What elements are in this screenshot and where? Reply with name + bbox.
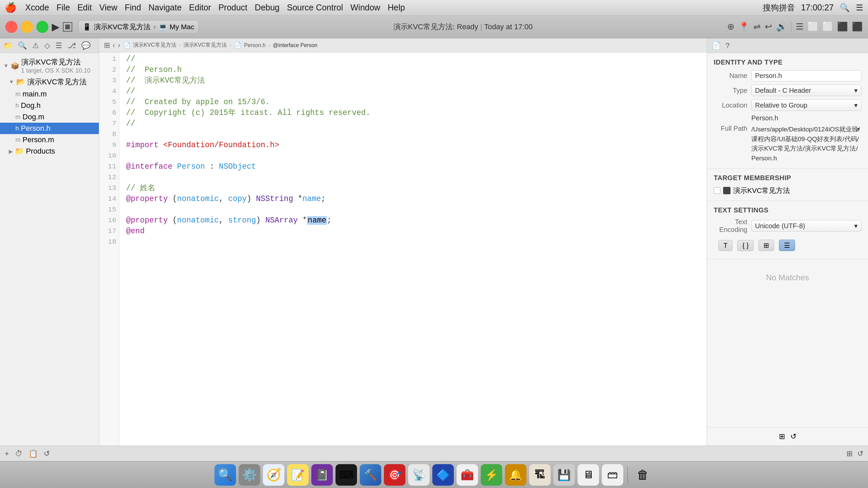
text-format-table[interactable]: ☰ <box>779 240 795 251</box>
dock-xcode[interactable]: 🔨 <box>360 464 381 486</box>
right-panel-grid-icon[interactable]: ⊞ <box>779 432 785 441</box>
menubar-input-method[interactable]: 搜狗拼音 <box>763 2 795 13</box>
file-dog-m[interactable]: m Dog.m <box>0 111 99 123</box>
line-gutter: 1 2 3 4 5 6 7 8 9 10 11 12 13 14 15 16 1 <box>99 53 119 446</box>
bottom-right-refresh[interactable]: ↺ <box>857 449 863 458</box>
bottom-right-grid[interactable]: ⊞ <box>846 449 852 458</box>
volume-icon[interactable]: 🔊 <box>776 22 787 32</box>
run-button[interactable]: ▶ <box>52 21 60 33</box>
menu-source-control[interactable]: Source Control <box>287 3 343 12</box>
sidebar-git-icon[interactable]: ⎇ <box>68 41 76 50</box>
back-icon[interactable]: ↩ <box>765 22 772 32</box>
apple-menu[interactable]: 🍎 <box>5 2 17 13</box>
utility-toggle[interactable]: ⬜ <box>822 22 833 32</box>
menu-find[interactable]: Find <box>125 3 141 12</box>
target-checkbox[interactable] <box>714 187 720 194</box>
zoom-button[interactable] <box>36 21 49 33</box>
editor-grid-icon[interactable]: ⊞ <box>104 41 110 50</box>
text-format-code[interactable]: { } <box>737 240 754 251</box>
menu-product[interactable]: Product <box>218 3 247 12</box>
menu-editor[interactable]: Editor <box>189 3 211 12</box>
file-person-m[interactable]: m Person.m <box>0 134 99 145</box>
breakpoints-icon[interactable]: ⊕ <box>727 22 735 32</box>
type-select[interactable]: Default - C Header ▾ <box>751 85 861 96</box>
sidebar-list-icon[interactable]: ☰ <box>56 41 62 50</box>
minimize-button[interactable] <box>21 21 33 33</box>
stop-button[interactable] <box>63 22 72 32</box>
dock-red-app[interactable]: 🎯 <box>384 464 405 486</box>
list-icon[interactable]: 📋 <box>29 449 38 458</box>
breadcrumb-symbol[interactable]: @interface Person <box>273 42 318 48</box>
code-editor[interactable]: // // Person.h // 演示KVC常见方法 // // Create… <box>119 53 707 446</box>
toolbar: ▶ 📱 演示KVC常见方法 › 💻 My Mac 演示KVC常见方法: Read… <box>0 15 868 38</box>
breadcrumb-file[interactable]: Person.h <box>244 42 266 48</box>
nav-back-button[interactable]: ‹ <box>113 41 115 50</box>
menubar-menu-icon[interactable]: ☰ <box>856 3 863 12</box>
file-inspector-icon[interactable]: 📄 <box>712 41 721 50</box>
dock-onenote[interactable]: 📓 <box>311 464 333 486</box>
dock-blue-app[interactable]: 🔷 <box>432 464 454 486</box>
add-icon[interactable]: + <box>5 449 9 458</box>
location-select[interactable]: Relative to Group ▾ <box>751 99 861 111</box>
dock-finder[interactable]: 🔍 <box>215 464 236 486</box>
encoding-select[interactable]: Unicode (UTF-8) ▾ <box>751 220 861 232</box>
help-icon[interactable]: ? <box>725 41 730 50</box>
dock-app3[interactable]: 🏗 <box>529 464 551 486</box>
text-format-plain[interactable]: T <box>718 240 733 251</box>
sidebar-warning-icon[interactable]: ⚠ <box>32 41 39 50</box>
breadcrumb-group[interactable]: 演示KVC常见方法 <box>184 42 227 49</box>
nav-forward-button[interactable]: › <box>118 41 120 50</box>
menu-window[interactable]: Window <box>350 3 380 12</box>
dock-app6[interactable]: 🗃 <box>602 464 623 486</box>
reveal-in-finder-icon[interactable]: ↗ <box>855 126 860 133</box>
dock-app1[interactable]: ⚡ <box>481 464 502 486</box>
project-group[interactable]: ▼ 📂 演示KVC常见方法 <box>0 76 99 88</box>
debug-toggle[interactable]: ⬜ <box>807 22 818 32</box>
sidebar-thread-icon[interactable]: 💬 <box>81 41 90 50</box>
menu-navigate[interactable]: Navigate <box>149 3 182 12</box>
split-toggle[interactable]: ⬛ <box>852 22 863 32</box>
file-dog-h[interactable]: h Dog.h <box>0 100 99 111</box>
scheme-selector[interactable]: 📱 演示KVC常见方法 › 💻 My Mac <box>78 20 199 34</box>
products-group[interactable]: ▶ 📁 Products <box>0 145 99 157</box>
name-value[interactable]: Person.h <box>751 70 861 82</box>
menu-help[interactable]: Help <box>388 3 405 12</box>
dock-terminal[interactable]: ⌨ <box>336 464 357 486</box>
right-panel-refresh-icon[interactable]: ↺ <box>790 432 796 441</box>
location-icon[interactable]: 📍 <box>739 22 749 32</box>
sidebar-folder-icon[interactable]: 📁 <box>3 41 12 50</box>
dock-stickies[interactable]: 📝 <box>287 464 309 486</box>
sidebar-vcs-icon[interactable]: ◇ <box>44 41 50 50</box>
menu-xcode[interactable]: Xcode <box>25 3 49 12</box>
dock-preferences[interactable]: ⚙️ <box>239 464 260 486</box>
app-window: 🍎 Xcode File Edit View Find Navigate Edi… <box>0 0 868 488</box>
refresh-icon[interactable]: ↺ <box>44 449 50 458</box>
close-button[interactable] <box>5 21 18 33</box>
dock-filezilla[interactable]: 📡 <box>408 464 430 486</box>
editor-area[interactable]: 1 2 3 4 5 6 7 8 9 10 11 12 13 14 15 16 1 <box>99 53 707 446</box>
menubar-search-icon[interactable]: 🔍 <box>840 3 850 12</box>
file-main-m[interactable]: m main.m <box>0 88 99 100</box>
navigator-toggle[interactable]: ☰ <box>796 22 803 32</box>
breadcrumb-project[interactable]: 演示KVC常见方法 <box>133 42 177 49</box>
file-person-h[interactable]: h Person.h <box>0 123 99 134</box>
identity-type-section: Identity and Type Name Person.h Type Def… <box>707 53 868 169</box>
sidebar-search-icon[interactable]: 🔍 <box>18 41 27 50</box>
menu-file[interactable]: File <box>57 3 70 12</box>
target-membership-section: Target Membership 演示KVC常见方法 <box>707 169 868 201</box>
timer-icon[interactable]: ⏱ <box>15 449 23 458</box>
instrument-icon[interactable]: ⇌ <box>753 22 761 32</box>
dock-safari[interactable]: 🧭 <box>263 464 284 486</box>
text-format-hex[interactable]: ⊞ <box>758 240 774 251</box>
menu-view[interactable]: View <box>99 3 117 12</box>
menu-edit[interactable]: Edit <box>77 3 92 12</box>
dock-app2[interactable]: 🔔 <box>505 464 526 486</box>
dock-trash[interactable]: 🗑 <box>632 464 653 486</box>
dock-instruments[interactable]: 🧰 <box>457 464 478 486</box>
project-root[interactable]: ▼ 📦 演示KVC常见方法 1 target, OS X SDK 10.10 <box>0 56 99 76</box>
dock-app4[interactable]: 💾 <box>553 464 575 486</box>
layout-toggle[interactable]: ⬛ <box>837 22 848 32</box>
menu-debug[interactable]: Debug <box>255 3 280 12</box>
dock-app5[interactable]: 🖥 <box>578 464 599 486</box>
menubar-right: 搜狗拼音 17:00:27 🔍 ☰ <box>763 2 863 13</box>
